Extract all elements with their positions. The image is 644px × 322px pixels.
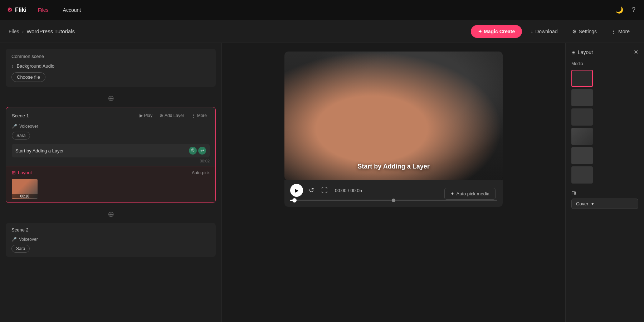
scene-1-add-layer-button[interactable]: ⊕ Add Layer <box>157 112 187 119</box>
choose-file-button[interactable]: Choose file <box>11 72 45 82</box>
replay-button[interactable]: ↺ <box>307 185 316 196</box>
music-note-icon: ♪ <box>11 63 14 69</box>
layout-section-header: ⊞ Layout Auto-pick <box>12 170 210 175</box>
scene-1-play-button[interactable]: ▶ Play <box>137 112 155 119</box>
right-panel-header: ⊞ Layout ✕ <box>571 49 638 55</box>
nav-item-files[interactable]: Files <box>35 6 52 14</box>
layout-label: ⊞ Layout <box>12 170 32 175</box>
scene-1-name: Scene 1 <box>12 113 29 118</box>
app-name: Fliki <box>15 7 26 13</box>
layout-grid-icon: ⊞ <box>12 170 16 175</box>
play-pause-button[interactable]: ▶ <box>290 184 303 197</box>
fit-value: Cover <box>576 201 589 206</box>
dots-icon: ⋮ <box>611 29 616 34</box>
chevron-down-icon: ▾ <box>591 201 594 206</box>
scene-1-layout-section: ⊞ Layout Auto-pick 00:10 <box>6 166 215 203</box>
media-thumb-1[interactable] <box>571 70 593 87</box>
scene-1-timestamp: 00:02 <box>6 158 215 166</box>
app-logo: ⚙ Fliki <box>7 6 26 13</box>
layout-panel-icon: ⊞ <box>571 49 576 55</box>
icon-2: ↩ <box>198 147 206 155</box>
center-panel: Start by Adding a Layer ▶ ↺ ⛶ 00:00 / 00… <box>222 43 565 322</box>
left-panel: Common scene ♪ Background Audio Choose f… <box>0 43 222 322</box>
download-icon: ↓ <box>531 29 533 34</box>
nav-right: 🌙 ? <box>614 5 637 15</box>
time-display: 00:00 / 00:05 <box>335 188 362 193</box>
breadcrumb-parent[interactable]: Files <box>9 29 19 34</box>
main-layout: Common scene ♪ Background Audio Choose f… <box>0 43 644 322</box>
progress-dot <box>292 198 297 203</box>
breadcrumb: Files › WordPress Tutorials <box>9 28 75 34</box>
scene-1-block: Scene 1 ▶ Play ⊕ Add Layer ⋮ More <box>6 107 216 203</box>
scene-2-voice-badge[interactable]: Sara <box>11 245 30 253</box>
gear-icon: ⚙ <box>7 6 12 13</box>
media-thumb-4[interactable] <box>571 128 593 145</box>
nav-item-account[interactable]: Account <box>60 6 84 14</box>
magic-create-button[interactable]: ✦ Magic Create <box>471 25 522 38</box>
icon-1: © <box>189 147 197 155</box>
more-dots-icon: ⋮ <box>191 113 196 118</box>
microphone-icon: 🎤 <box>12 124 17 129</box>
breadcrumb-actions: ✦ Magic Create ↓ Download ⚙ Settings ⋮ M… <box>471 25 635 38</box>
scene-1-header: Scene 1 ▶ Play ⊕ Add Layer ⋮ More <box>6 107 215 122</box>
download-button[interactable]: ↓ Download <box>525 25 563 38</box>
add-scene-2-button[interactable]: ⊕ <box>105 209 117 220</box>
settings-icon: ⚙ <box>572 29 577 34</box>
scene-2-voiceover-label: Voiceover <box>19 237 38 242</box>
text-row-icons: © ↩ <box>189 147 206 155</box>
auto-pick-media-button[interactable]: ✦ Auto pick media <box>444 188 496 200</box>
play-triangle-icon: ▶ <box>295 187 299 193</box>
close-panel-button[interactable]: ✕ <box>634 49 638 55</box>
voice-name-badge[interactable]: Sara <box>12 132 30 140</box>
right-panel: ⊞ Layout ✕ Media Fit Cover ▾ <box>565 43 644 322</box>
scene-2-block: Scene 2 🎤 Voiceover Sara <box>6 223 216 257</box>
auto-pick-label: Auto-pick <box>192 170 210 175</box>
background-audio-label: Background Audio <box>17 63 55 69</box>
video-preview: Start by Adding a Layer <box>284 52 503 180</box>
breadcrumb-bar: Files › WordPress Tutorials ✦ Magic Crea… <box>0 20 644 43</box>
media-thumb-6[interactable] <box>571 166 593 184</box>
more-button[interactable]: ⋮ More <box>605 25 635 38</box>
microphone-2-icon: 🎤 <box>11 237 17 242</box>
scene-1-voiceover-row: 🎤 Voiceover <box>6 122 215 132</box>
fit-section-label: Fit <box>571 191 638 196</box>
progress-marker <box>392 199 395 202</box>
common-scene-card: Common scene ♪ Background Audio Choose f… <box>6 49 216 87</box>
fullscreen-button[interactable]: ⛶ <box>320 185 329 196</box>
top-nav: ⚙ Fliki Files Account 🌙 ? <box>0 0 644 20</box>
scene-2-voiceover-row: 🎤 Voiceover <box>6 235 216 245</box>
scene-2-header: Scene 2 <box>6 223 216 235</box>
auto-pick-icon: ✦ <box>450 191 454 196</box>
scene-1-more-button[interactable]: ⋮ More <box>189 112 210 119</box>
fit-dropdown[interactable]: Cover ▾ <box>571 199 638 209</box>
progress-bar[interactable] <box>290 200 497 201</box>
add-layer-icon: ⊕ <box>160 113 163 118</box>
breadcrumb-current: WordPress Tutorials <box>26 28 75 34</box>
layout-thumbnail-wrapper: 00:10 <box>12 179 210 199</box>
common-scene-label: Common scene <box>11 54 210 59</box>
scene-1-actions: ▶ Play ⊕ Add Layer ⋮ More <box>137 112 210 119</box>
settings-button[interactable]: ⚙ Settings <box>566 25 603 38</box>
media-grid <box>571 70 638 184</box>
dark-mode-button[interactable]: 🌙 <box>614 5 625 15</box>
add-scene-2-row: ⊕ <box>6 206 216 223</box>
play-icon: ▶ <box>140 113 143 118</box>
scene-2-name: Scene 2 <box>11 227 29 233</box>
layout-thumbnail[interactable]: 00:10 <box>12 179 38 199</box>
media-section-label: Media <box>571 61 638 66</box>
add-scene-button[interactable]: ⊕ <box>105 93 117 104</box>
media-thumb-5[interactable] <box>571 147 593 164</box>
media-thumb-2[interactable] <box>571 89 593 106</box>
video-background <box>284 52 503 180</box>
scene-1-text-row[interactable]: Start by Adding a Layer © ↩ <box>12 144 210 157</box>
video-caption: Start by Adding a Layer <box>357 163 429 170</box>
media-thumb-3[interactable] <box>571 108 593 126</box>
right-panel-title: ⊞ Layout <box>571 49 593 55</box>
thumb-timestamp: 00:10 <box>12 194 38 198</box>
add-scene-row: ⊕ <box>6 90 216 107</box>
breadcrumb-separator: › <box>22 29 24 34</box>
voiceover-label: Voiceover <box>19 124 38 129</box>
background-audio-row: ♪ Background Audio <box>11 63 210 69</box>
scene-1-text-content: Start by Adding a Layer <box>15 148 64 153</box>
help-button[interactable]: ? <box>630 5 637 15</box>
